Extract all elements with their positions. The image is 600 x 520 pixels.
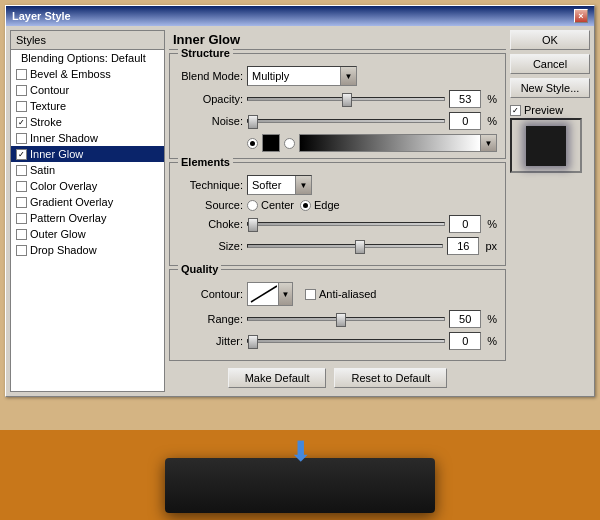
technique-arrow[interactable]: ▼	[295, 176, 311, 194]
opacity-thumb[interactable]	[342, 93, 352, 107]
dialog-title: Layer Style	[12, 10, 71, 22]
color-row: ▼	[178, 134, 497, 152]
opacity-input[interactable]	[449, 90, 481, 108]
noise-thumb[interactable]	[248, 115, 258, 129]
range-pct: %	[487, 313, 497, 325]
sidebar-item-pattern-overlay[interactable]: Pattern Overlay	[11, 210, 164, 226]
make-default-button[interactable]: Make Default	[228, 368, 327, 388]
inner-glow-checkbox[interactable]	[16, 149, 27, 160]
contour-checkbox[interactable]	[16, 85, 27, 96]
cancel-button[interactable]: Cancel	[510, 54, 590, 74]
choke-row: Choke: %	[178, 215, 497, 233]
ok-button[interactable]: OK	[510, 30, 590, 50]
size-px: px	[485, 240, 497, 252]
color-radio[interactable]	[247, 138, 258, 149]
center-radio[interactable]	[247, 200, 258, 211]
jitter-input[interactable]	[449, 332, 481, 350]
texture-checkbox[interactable]	[16, 101, 27, 112]
pattern-overlay-checkbox[interactable]	[16, 213, 27, 224]
sidebar-item-bevel[interactable]: Bevel & Emboss	[11, 66, 164, 82]
jitter-pct: %	[487, 335, 497, 347]
quality-title: Quality	[178, 263, 221, 275]
size-input[interactable]	[447, 237, 479, 255]
color-swatch[interactable]	[262, 134, 280, 152]
gradient-dropdown-arrow[interactable]: ▼	[481, 134, 497, 152]
noise-slider-container	[247, 114, 445, 128]
technique-row: Technique: Softer ▼	[178, 175, 497, 195]
contour-dropdown-arrow[interactable]: ▼	[279, 282, 293, 306]
right-buttons: OK Cancel New Style... Preview	[510, 30, 590, 392]
sidebar-item-inner-shadow[interactable]: Inner Shadow	[11, 130, 164, 146]
blue-arrow-icon: ⬇	[289, 435, 312, 468]
jitter-row: Jitter: %	[178, 332, 497, 350]
new-style-button[interactable]: New Style...	[510, 78, 590, 98]
blend-mode-dropdown[interactable]: Multiply ▼	[247, 66, 357, 86]
jitter-thumb[interactable]	[248, 335, 258, 349]
quality-section: Quality Contour: ▼	[169, 269, 506, 361]
opacity-track[interactable]	[247, 97, 445, 101]
choke-input[interactable]	[449, 215, 481, 233]
gradient-overlay-checkbox[interactable]	[16, 197, 27, 208]
anti-alias-checkbox[interactable]	[305, 289, 316, 300]
range-track[interactable]	[247, 317, 445, 321]
noise-input[interactable]	[449, 112, 481, 130]
source-options: Center Edge	[247, 199, 340, 211]
contour-preview[interactable]	[247, 282, 279, 306]
stroke-checkbox[interactable]	[16, 117, 27, 128]
preview-box	[510, 118, 582, 173]
contour-label: Contour:	[178, 288, 243, 300]
sidebar-item-outer-glow[interactable]: Outer Glow	[11, 226, 164, 242]
noise-pct: %	[487, 115, 497, 127]
choke-track[interactable]	[247, 222, 445, 226]
gradient-radio[interactable]	[284, 138, 295, 149]
size-slider-container	[247, 239, 443, 253]
preview-checkbox[interactable]	[510, 105, 521, 116]
size-track[interactable]	[247, 244, 443, 248]
elements-title: Elements	[178, 156, 233, 168]
drop-shadow-checkbox[interactable]	[16, 245, 27, 256]
edge-option[interactable]: Edge	[300, 199, 340, 211]
structure-section: Structure Blend Mode: Multiply ▼ Opacity…	[169, 53, 506, 159]
sidebar-item-blending[interactable]: Blending Options: Default	[11, 50, 164, 66]
reset-to-default-button[interactable]: Reset to Default	[334, 368, 447, 388]
noise-track[interactable]	[247, 119, 445, 123]
choke-thumb[interactable]	[248, 218, 258, 232]
sidebar-item-inner-glow[interactable]: Inner Glow	[11, 146, 164, 162]
dialog-body: Styles Blending Options: Default Bevel &…	[6, 26, 594, 396]
outer-glow-checkbox[interactable]	[16, 229, 27, 240]
jitter-track[interactable]	[247, 339, 445, 343]
opacity-slider-container	[247, 92, 445, 106]
blend-mode-arrow[interactable]: ▼	[340, 67, 356, 85]
sidebar-item-contour[interactable]: Contour	[11, 82, 164, 98]
sidebar-item-satin[interactable]: Satin	[11, 162, 164, 178]
preview-text: Preview	[524, 104, 563, 116]
range-thumb[interactable]	[336, 313, 346, 327]
sidebar-item-gradient-overlay[interactable]: Gradient Overlay	[11, 194, 164, 210]
technique-dropdown[interactable]: Softer ▼	[247, 175, 312, 195]
satin-checkbox[interactable]	[16, 165, 27, 176]
color-overlay-checkbox[interactable]	[16, 181, 27, 192]
center-option[interactable]: Center	[247, 199, 294, 211]
gradient-preview[interactable]	[299, 134, 481, 152]
canvas-area: ⬇	[0, 430, 600, 520]
sidebar-item-stroke[interactable]: Stroke	[11, 114, 164, 130]
technique-value: Softer	[248, 178, 295, 192]
sidebar-item-drop-shadow[interactable]: Drop Shadow	[11, 242, 164, 258]
edge-radio[interactable]	[300, 200, 311, 211]
jitter-label: Jitter:	[178, 335, 243, 347]
range-input[interactable]	[449, 310, 481, 328]
sidebar-item-texture[interactable]: Texture	[11, 98, 164, 114]
choke-slider-container	[247, 217, 445, 231]
close-button[interactable]: ×	[574, 9, 588, 23]
size-thumb[interactable]	[355, 240, 365, 254]
contour-curve-icon	[249, 284, 277, 304]
jitter-slider-container	[247, 334, 445, 348]
inner-shadow-checkbox[interactable]	[16, 133, 27, 144]
anti-alias-label: Anti-aliased	[319, 288, 376, 300]
layer-style-dialog: Layer Style × Styles Blending Options: D…	[5, 5, 595, 397]
bevel-checkbox[interactable]	[16, 69, 27, 80]
range-row: Range: %	[178, 310, 497, 328]
anti-alias-row: Anti-aliased	[305, 288, 376, 300]
noise-row: Noise: %	[178, 112, 497, 130]
sidebar-item-color-overlay[interactable]: Color Overlay	[11, 178, 164, 194]
